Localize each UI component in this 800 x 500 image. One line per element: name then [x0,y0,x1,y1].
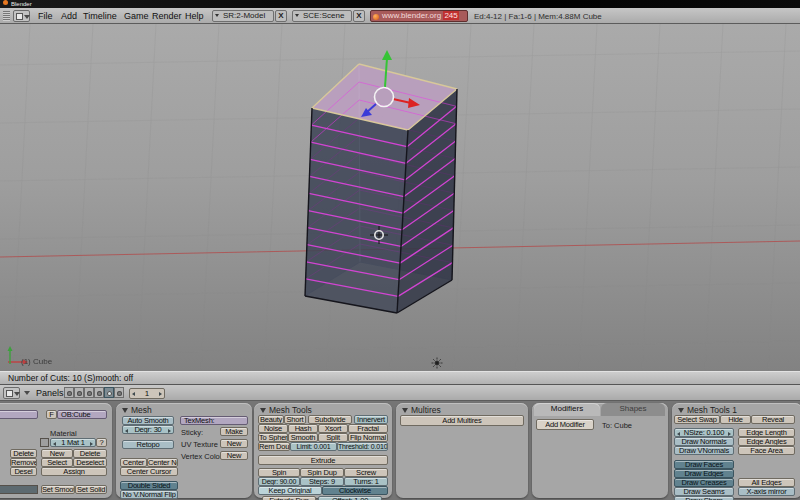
panel-mesh-tools-1-header[interactable]: Mesh Tools 1 [678,405,737,415]
flip-normal-button[interactable]: Flip Normal [348,433,388,442]
menu-add[interactable]: Add [61,11,77,21]
menu-file[interactable]: File [38,11,53,21]
window-type-menu[interactable] [13,10,30,22]
axis-z-arrow-icon[interactable] [382,50,392,60]
increment-icon[interactable] [159,392,162,396]
noise-button[interactable]: Noise [258,424,288,433]
set-solid-button[interactable]: Set Solid [75,485,107,494]
draw-sharp-toggle[interactable]: Draw Sharp [674,496,734,500]
add-multires-button[interactable]: Add Multires [400,415,524,426]
panels-menu[interactable]: Panels [36,388,64,398]
buttons-window-type-menu[interactable] [3,387,20,399]
material-delete-button[interactable]: Delete [73,449,107,458]
sticky-make-button[interactable]: Make [220,427,248,436]
assign-button[interactable]: Assign [41,467,107,476]
center-cursor-button[interactable]: Center Cursor [120,467,178,476]
vgroup-desel-button[interactable]: Desel [10,467,37,476]
uv-texture-new-button[interactable]: New [220,439,248,448]
short-toggle[interactable]: Short [284,415,306,424]
vertex-group-field[interactable] [0,410,38,419]
panel-mesh-header[interactable]: Mesh [122,405,152,415]
material-help-button[interactable]: ? [96,438,107,447]
all-edges-toggle[interactable]: All Edges [738,478,795,487]
set-smooth-button[interactable]: Set Smooth [41,485,75,494]
center-button[interactable]: Center [120,458,147,467]
xsort-button[interactable]: Xsort [318,424,348,433]
view-number-stepper[interactable]: 1 [129,388,165,399]
rem-doubles-button[interactable]: Rem Doubl [258,442,290,451]
decrement-icon[interactable] [677,432,680,436]
tab-shapes[interactable]: Shapes [601,403,665,416]
panel-multires-header[interactable]: Multires [402,405,441,415]
hide-button[interactable]: Hide [720,415,751,424]
innervert-menu[interactable]: Innervert [354,415,388,424]
menu-render[interactable]: Render [152,11,182,21]
face-area-toggle[interactable]: Face Area [738,446,795,455]
fake-user-button[interactable]: F [46,410,57,419]
smooth-button[interactable]: Smooth [288,433,318,442]
header-grip-icon[interactable] [3,11,10,21]
menu-game[interactable]: Game [124,11,149,21]
screen-close-button[interactable]: X [275,10,287,22]
decrement-icon[interactable] [132,392,135,396]
threshold-field[interactable]: Threshold: 0.010 [337,442,388,451]
editing-panel-icon[interactable] [104,387,114,398]
panel-mesh-tools-header[interactable]: Mesh Tools [260,405,312,415]
degr-field[interactable]: Degr: 30 [122,425,174,434]
to-sphere-button[interactable]: To Sphere [258,433,288,442]
blender-org-button[interactable]: www.blender.org 245 [370,10,468,22]
clockwise-toggle[interactable]: Clockwise [322,486,388,495]
spin-button[interactable]: Spin [258,468,300,477]
spin-dup-button[interactable]: Spin Dup [300,468,344,477]
edge-length-toggle[interactable]: Edge Length [738,428,795,437]
texmesh-field[interactable]: TexMesh: [180,416,248,425]
viewport-3d[interactable]: (1) Cube [0,24,800,371]
select-swap-button[interactable]: Select Swap [674,415,720,424]
menu-timeline[interactable]: Timeline [83,11,117,21]
draw-faces-toggle[interactable]: Draw Faces [674,460,734,469]
spin-degr-field[interactable]: Degr: 90.00 [258,477,300,486]
keep-original-toggle[interactable]: Keep Original [258,486,322,495]
retopo-toggle[interactable]: Retopo [122,440,174,449]
draw-vnormals-toggle[interactable]: Draw VNormals [674,446,734,455]
subdivide-button[interactable]: Subdivide [308,415,352,424]
extrude-button[interactable]: Extrude [258,455,388,465]
increment-icon[interactable] [90,442,93,446]
material-index-stepper[interactable]: 1 Mat 1 [50,438,96,447]
title-bar[interactable]: Blender [0,0,800,8]
vgroup-delete-button[interactable]: Delete [10,449,37,458]
increment-icon[interactable] [728,432,731,436]
double-sided-toggle[interactable]: Double Sided [120,481,178,490]
script-panel-icon[interactable] [74,387,84,398]
decrement-icon[interactable] [53,442,56,446]
extrude-dup-button[interactable]: Extrude Dup [262,496,316,500]
hash-button[interactable]: Hash [288,424,318,433]
edge-angles-toggle[interactable]: Edge Angles [738,437,795,446]
screen-browser[interactable]: SR:2-Model [212,10,274,22]
menu-help[interactable]: Help [185,11,204,21]
auto-smooth-toggle[interactable]: Auto Smooth [122,416,174,425]
vgroup-remove-button[interactable]: Remove [10,458,37,467]
shading-panel-icon[interactable] [84,387,94,398]
material-color-swatch[interactable] [40,438,49,447]
scene-panel-icon[interactable] [114,387,124,398]
lamp-icon[interactable] [432,358,443,369]
draw-normals-toggle[interactable]: Draw Normals [674,437,734,446]
steps-field[interactable]: Steps: 9 [300,477,344,486]
x-axis-mirror-toggle[interactable]: X-axis mirror [738,487,795,496]
beauty-toggle[interactable]: Beauty [258,415,284,424]
scene-browser[interactable]: SCE:Scene [292,10,352,22]
vertex-color-new-button[interactable]: New [220,451,248,460]
increment-icon[interactable] [168,429,171,433]
no-vnormal-flip-toggle[interactable]: No V.Normal Flip [120,490,178,499]
fractal-button[interactable]: Fractal [348,424,388,433]
material-deselect-button[interactable]: Deselect [73,458,107,467]
nsize-field[interactable]: NSize: 0.100 [674,428,734,437]
logic-panel-icon[interactable] [64,387,74,398]
draw-seams-toggle[interactable]: Draw Seams [674,487,734,496]
add-modifier-button[interactable]: Add Modifier [536,419,594,430]
object-panel-icon[interactable] [94,387,104,398]
reveal-button[interactable]: Reveal [751,415,795,424]
offset-field[interactable]: Offset: 1.00 [318,496,382,500]
center-new-button[interactable]: Center New [147,458,178,467]
